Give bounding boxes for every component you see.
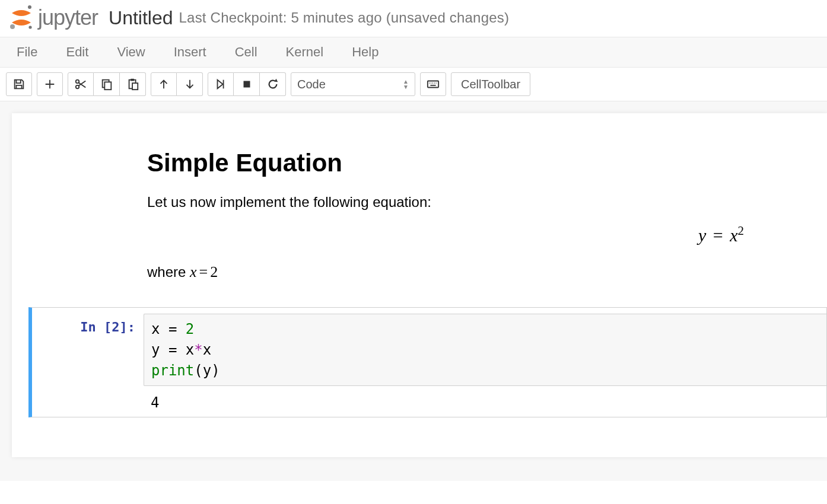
notebook-area: Simple Equation Let us now implement the… xyxy=(0,101,827,481)
code-token: x xyxy=(151,321,160,337)
checkpoint-status: Last Checkpoint: 5 minutes ago (unsaved … xyxy=(179,9,510,26)
code-token: = xyxy=(160,342,185,358)
interrupt-button[interactable] xyxy=(234,72,260,96)
code-token: y xyxy=(203,362,211,379)
jupyter-logo[interactable]: jupyter xyxy=(8,5,98,31)
celltoolbar-button[interactable]: CellToolbar xyxy=(451,72,530,96)
menu-cell[interactable]: Cell xyxy=(221,37,272,67)
menu-help[interactable]: Help xyxy=(338,37,393,67)
move-up-button[interactable] xyxy=(151,72,177,96)
jupyter-logo-icon xyxy=(8,5,34,31)
keyboard-icon xyxy=(427,78,440,91)
code-cell[interactable]: In [2]: x = 2 y = x*x print(y) 4 xyxy=(28,307,827,417)
code-token: 2 xyxy=(186,321,194,337)
menubar: File Edit View Insert Cell Kernel Help xyxy=(0,37,827,68)
restart-icon xyxy=(266,78,279,91)
menu-kernel[interactable]: Kernel xyxy=(272,37,338,67)
scissors-icon xyxy=(74,78,87,91)
code-token: y xyxy=(151,342,160,358)
input-prompt-area: In [2]: xyxy=(32,314,144,411)
cut-button[interactable] xyxy=(68,72,94,96)
markdown-equation-display: y = x2 xyxy=(147,224,803,245)
markdown-cell[interactable]: Simple Equation Let us now implement the… xyxy=(12,113,827,307)
svg-rect-9 xyxy=(132,83,138,90)
stop-icon xyxy=(240,78,253,91)
paste-button[interactable] xyxy=(120,72,146,96)
arrow-up-icon xyxy=(157,78,170,91)
add-cell-button[interactable] xyxy=(37,72,63,96)
where-val: 2 xyxy=(210,263,218,280)
svg-rect-8 xyxy=(131,79,134,81)
equation-rhs-exp: 2 xyxy=(738,224,745,238)
svg-point-2 xyxy=(28,25,31,28)
menu-file[interactable]: File xyxy=(2,37,52,67)
toolbar: Code ▲▼ CellToolbar xyxy=(0,68,827,101)
run-button[interactable] xyxy=(208,72,234,96)
code-token: = xyxy=(160,321,185,337)
code-token: print xyxy=(151,362,194,379)
menu-insert[interactable]: Insert xyxy=(160,37,221,67)
copy-button[interactable] xyxy=(94,72,120,96)
plus-icon xyxy=(43,78,56,91)
chevron-updown-icon: ▲▼ xyxy=(403,79,409,90)
input-prompt: In [2]: xyxy=(80,320,135,334)
command-palette-button[interactable] xyxy=(420,72,446,96)
where-var: x xyxy=(190,263,197,280)
move-down-button[interactable] xyxy=(177,72,203,96)
notebook-container: Simple Equation Let us now implement the… xyxy=(12,113,827,457)
markdown-heading: Simple Equation xyxy=(147,149,803,177)
notebook-name[interactable]: Untitled xyxy=(109,7,173,29)
jupyter-logo-text: jupyter xyxy=(38,5,98,30)
where-prefix: where xyxy=(147,264,190,280)
svg-point-0 xyxy=(28,5,31,9)
code-token: x xyxy=(186,342,194,358)
save-button[interactable] xyxy=(6,72,32,96)
markdown-intro: Let us now implement the following equat… xyxy=(147,194,803,210)
equation-rhs-base: x xyxy=(730,225,737,245)
celltoolbar-label: CellToolbar xyxy=(461,78,520,91)
svg-rect-10 xyxy=(243,81,250,88)
code-token: x xyxy=(203,342,211,358)
code-token: ) xyxy=(211,362,220,379)
copy-icon xyxy=(100,78,113,91)
svg-point-1 xyxy=(10,24,15,29)
code-token: * xyxy=(194,342,202,358)
menu-edit[interactable]: Edit xyxy=(52,37,103,67)
equation-lhs: y xyxy=(698,225,706,245)
paste-icon xyxy=(126,78,139,91)
save-icon xyxy=(12,78,26,91)
cell-type-select[interactable]: Code ▲▼ xyxy=(291,72,415,96)
cell-type-value: Code xyxy=(297,78,326,91)
code-token: ( xyxy=(194,362,202,379)
code-output: 4 xyxy=(144,386,826,411)
run-icon xyxy=(214,78,227,91)
output-text: 4 xyxy=(151,394,159,411)
svg-rect-6 xyxy=(104,82,111,90)
menu-view[interactable]: View xyxy=(103,37,159,67)
markdown-where-line: where x=2 xyxy=(147,263,803,281)
arrow-down-icon xyxy=(183,78,196,91)
restart-button[interactable] xyxy=(260,72,286,96)
code-input[interactable]: x = 2 y = x*x print(y) xyxy=(144,314,826,386)
svg-rect-11 xyxy=(428,81,438,88)
notebook-header: jupyter Untitled Last Checkpoint: 5 minu… xyxy=(0,0,827,37)
